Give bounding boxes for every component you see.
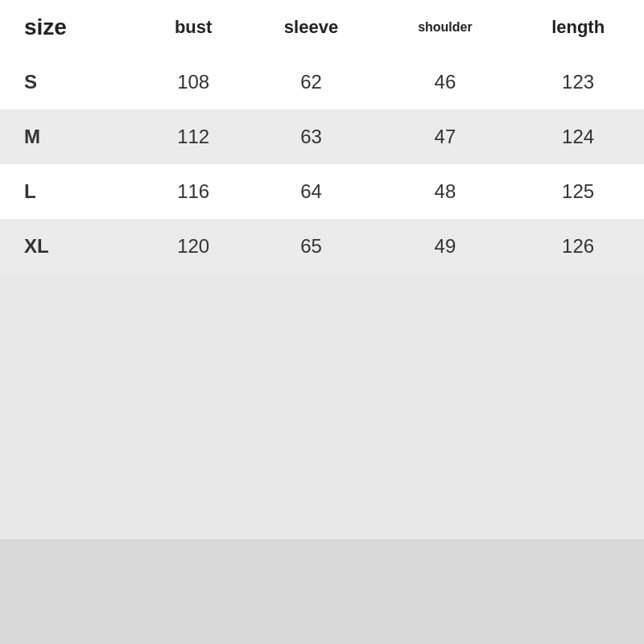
bottom-section-dark [0,539,644,644]
cell-length: 126 [512,219,644,274]
cell-length: 124 [512,109,644,164]
cell-sleeve: 65 [244,219,378,274]
cell-size: XL [0,219,142,274]
header-shoulder: shoulder [378,0,513,55]
cell-shoulder: 48 [378,164,513,219]
cell-length: 123 [512,55,644,109]
cell-size: L [0,164,142,219]
header-size: size [0,0,142,55]
header-length: length [512,0,644,55]
cell-shoulder: 47 [378,109,513,164]
cell-bust: 108 [142,55,245,109]
cell-sleeve: 64 [244,164,378,219]
header-bust: bust [142,0,245,55]
bottom-section-light [0,274,644,539]
cell-length: 125 [512,164,644,219]
cell-sleeve: 62 [244,55,378,109]
table-row: L1166448125 [0,164,644,219]
table-row: S1086246123 [0,55,644,109]
cell-bust: 120 [142,219,245,274]
cell-size: M [0,109,142,164]
size-chart-table: size bust sleeve shoulder length S108624… [0,0,644,274]
cell-shoulder: 49 [378,219,513,274]
page-wrapper: size bust sleeve shoulder length S108624… [0,0,644,644]
cell-sleeve: 63 [244,109,378,164]
header-sleeve: sleeve [244,0,378,55]
table-header-row: size bust sleeve shoulder length [0,0,644,55]
cell-bust: 112 [142,109,245,164]
cell-bust: 116 [142,164,245,219]
table-row: M1126347124 [0,109,644,164]
cell-size: S [0,55,142,109]
table-row: XL1206549126 [0,219,644,274]
cell-shoulder: 46 [378,55,513,109]
